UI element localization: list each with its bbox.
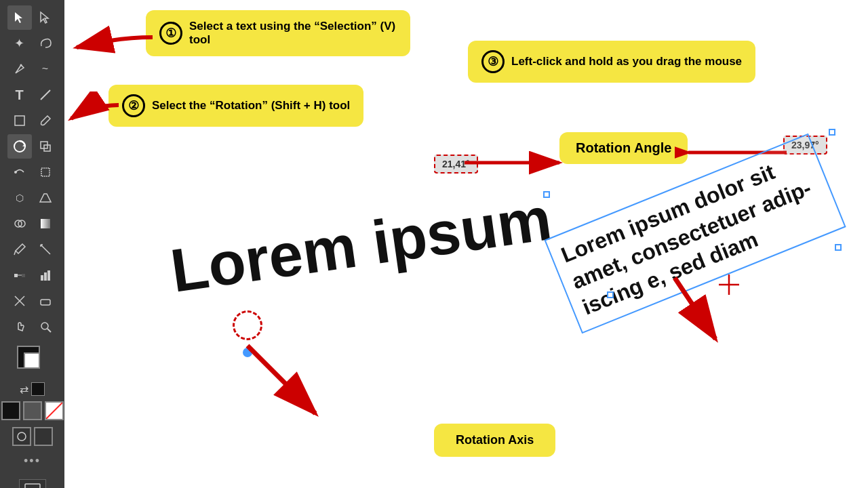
svg-rect-26 bbox=[41, 300, 50, 305]
foreground-swatch[interactable] bbox=[17, 346, 48, 377]
step1-text: Select a text using the “Selection” (V) … bbox=[189, 20, 397, 47]
appearance-icon[interactable] bbox=[34, 427, 53, 446]
svg-rect-13 bbox=[41, 219, 50, 228]
pen-tool[interactable] bbox=[7, 57, 32, 81]
chart-tool[interactable] bbox=[33, 263, 58, 287]
svg-rect-23 bbox=[47, 270, 50, 281]
measure-tool[interactable] bbox=[33, 237, 58, 262]
svg-marker-1 bbox=[41, 12, 48, 23]
svg-point-2 bbox=[20, 64, 22, 66]
svg-rect-30 bbox=[25, 484, 40, 488]
svg-rect-22 bbox=[44, 272, 47, 281]
hand-tool[interactable] bbox=[7, 314, 32, 339]
rotation-angle-label: Rotation Angle bbox=[576, 140, 671, 156]
line-tool[interactable] bbox=[33, 83, 58, 107]
svg-rect-19 bbox=[22, 274, 25, 277]
arrow2 bbox=[64, 92, 125, 125]
step3-number: ③ bbox=[481, 50, 505, 73]
magic-wand-tool[interactable]: ✦ bbox=[7, 31, 32, 56]
arrow-rotation-axis bbox=[227, 332, 349, 434]
shape-tool[interactable] bbox=[7, 108, 32, 133]
screen-mode-icon[interactable] bbox=[19, 479, 46, 488]
perspective-tool[interactable] bbox=[33, 186, 58, 210]
direct-select-tool[interactable] bbox=[33, 5, 58, 30]
color-swatch-1[interactable] bbox=[1, 401, 20, 420]
svg-line-28 bbox=[47, 329, 51, 332]
rotation-axis-callout: Rotation Axis bbox=[434, 424, 555, 457]
paintbrush-tool[interactable] bbox=[33, 108, 58, 133]
svg-rect-18 bbox=[14, 274, 18, 277]
svg-rect-10 bbox=[41, 168, 50, 176]
step2-callout: ② Select the “Rotation” (Shift + H) tool bbox=[108, 85, 363, 127]
selection-tool[interactable] bbox=[7, 5, 32, 30]
lorem-big-text: Lorem ipsum bbox=[167, 184, 556, 306]
color-swatch-3[interactable] bbox=[45, 401, 64, 420]
sidebar: ✦ ~ T bbox=[0, 0, 64, 488]
slice-tool[interactable] bbox=[7, 289, 32, 313]
mask-icon[interactable] bbox=[12, 427, 31, 446]
svg-line-3 bbox=[41, 90, 50, 100]
type-tool[interactable]: T bbox=[7, 83, 32, 107]
svg-line-14 bbox=[14, 251, 16, 255]
handle-bl bbox=[607, 291, 614, 298]
arrow1 bbox=[64, 14, 159, 61]
curvature-tool[interactable]: ~ bbox=[33, 57, 58, 81]
warp-tool[interactable] bbox=[7, 160, 32, 184]
shape-builder-tool[interactable] bbox=[7, 211, 32, 236]
eraser-tool[interactable] bbox=[33, 289, 58, 313]
blend-tool[interactable] bbox=[7, 263, 32, 287]
step3-callout: ③ Left-click and hold as you drag the mo… bbox=[468, 41, 755, 83]
scale-tool[interactable] bbox=[33, 134, 58, 159]
rotation-axis-label: Rotation Axis bbox=[456, 433, 534, 447]
free-transform-tool[interactable] bbox=[33, 160, 58, 184]
svg-rect-21 bbox=[41, 275, 43, 281]
svg-rect-4 bbox=[15, 116, 24, 125]
more-tools[interactable]: ••• bbox=[24, 449, 41, 474]
svg-point-9 bbox=[14, 171, 17, 174]
step1-number: ① bbox=[159, 22, 182, 45]
default-colors-icon[interactable] bbox=[31, 382, 45, 396]
step2-number: ② bbox=[122, 94, 145, 117]
lasso-tool[interactable] bbox=[33, 31, 58, 56]
swap-icon[interactable]: ⇄ bbox=[20, 383, 28, 396]
svg-marker-0 bbox=[15, 12, 22, 23]
handle-br bbox=[835, 244, 842, 251]
canvas: ① Select a text using the “Selection” (V… bbox=[64, 0, 868, 488]
eyedropper-tool[interactable] bbox=[7, 237, 32, 262]
rotation-center-x bbox=[719, 274, 739, 295]
step1-callout: ① Select a text using the “Selection” (V… bbox=[146, 10, 410, 56]
svg-point-27 bbox=[41, 323, 48, 329]
svg-line-15 bbox=[41, 245, 50, 254]
puppet-warp-tool[interactable]: ⬡ bbox=[7, 186, 32, 210]
svg-point-29 bbox=[18, 432, 26, 441]
color-section: ⇄ ••• ••• bbox=[0, 340, 69, 488]
arrow-angle-left bbox=[458, 142, 580, 176]
zoom-tool[interactable] bbox=[33, 314, 58, 339]
step3-text: Left-click and hold as you drag the mous… bbox=[511, 55, 742, 68]
step2-text: Select the “Rotation” (Shift + H) tool bbox=[152, 99, 350, 113]
gradient-tool[interactable] bbox=[33, 211, 58, 236]
handle-tl bbox=[543, 191, 550, 198]
color-swatch-2[interactable] bbox=[23, 401, 42, 420]
rotation-tool[interactable] bbox=[7, 134, 32, 159]
handle-tr bbox=[829, 129, 835, 136]
